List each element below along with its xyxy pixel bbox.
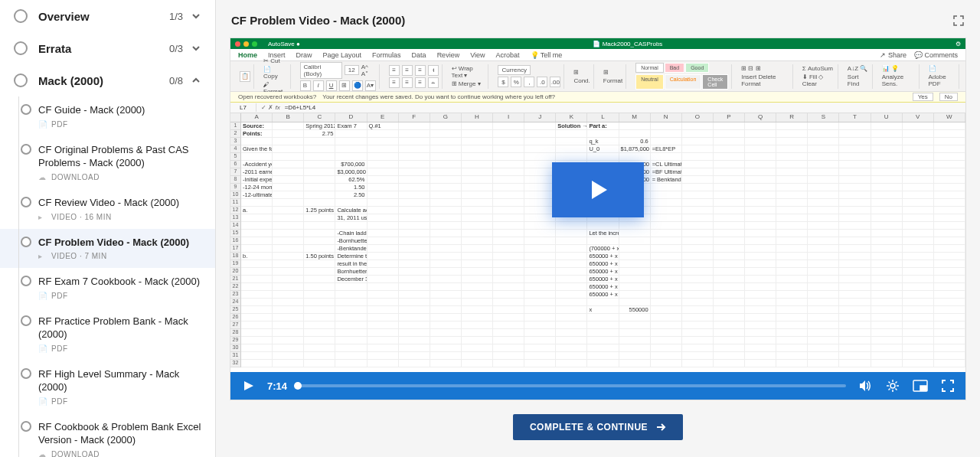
- minimize-icon: [243, 41, 249, 47]
- grid-row: 29: [230, 337, 965, 344]
- grid-row: 15-Chain ladderLet the incremental paid …: [230, 230, 965, 237]
- radio-icon: [14, 9, 28, 23]
- grid-row: 23650000 + x = 870000 + 0.6x: [230, 291, 965, 299]
- section-errata[interactable]: Errata 0/3: [0, 32, 215, 64]
- grid-row: 4Given the following information for acc…: [230, 145, 965, 153]
- item-title: RF Cookbook & Problem Bank Excel Version…: [38, 421, 201, 447]
- radio-icon: [21, 421, 31, 432]
- sidebar-item-7[interactable]: RF Cookbook & Problem Bank Excel Version…: [0, 413, 215, 457]
- sidebar-item-1[interactable]: CF Original Problems & Past CAS Problems…: [0, 136, 215, 189]
- video-player[interactable]: AutoSave ● 📄 Mack2000_CASProbs ⚙ HomeIns…: [230, 38, 966, 400]
- sidebar-item-5[interactable]: RF Practice Problem Bank - Mack (2000) 📄…: [0, 308, 215, 361]
- sidebar-item-3[interactable]: CF Problem Video - Mack (2000) ▸VIDEO · …: [0, 229, 215, 269]
- grid-row: 25x550000: [230, 306, 965, 314]
- formula-bar: L7 ✓ ✗ fx =D6+L5*L4: [230, 103, 965, 113]
- svg-point-0: [890, 384, 895, 388]
- item-title: RF Practice Problem Bank - Mack (2000): [38, 315, 201, 341]
- sidebar-item-2[interactable]: CF Review Video - Mack (2000) ▸VIDEO · 1…: [0, 189, 215, 229]
- yes-button: Yes: [913, 93, 933, 101]
- section-overview[interactable]: Overview 1/3: [0, 0, 215, 32]
- expand-icon[interactable]: [952, 15, 965, 27]
- grid-row: 30: [230, 344, 965, 352]
- grid-row: 28: [230, 329, 965, 337]
- ribbon-tab-data: Data: [412, 51, 426, 59]
- settings-icon[interactable]: [884, 377, 901, 394]
- no-button: No: [939, 93, 958, 101]
- item-title: RF Exam 7 Cookbook - Mack (2000): [38, 276, 201, 289]
- grid-row: 27: [230, 322, 965, 329]
- volume-icon[interactable]: [857, 377, 874, 394]
- section-count: 0/3: [169, 43, 183, 54]
- chevron-up-icon: [191, 75, 201, 86]
- radio-icon: [21, 197, 31, 207]
- ribbon-tab-draw: Draw: [296, 51, 312, 59]
- complete-continue-button[interactable]: COMPLETE & CONTINUE: [513, 414, 683, 440]
- grid-row: 24: [230, 299, 965, 306]
- recover-bar: Open recovered workbooks? Your recent ch…: [230, 92, 965, 103]
- ribbon-tabs: HomeInsertDrawPage LayoutFormulasDataRev…: [230, 49, 965, 61]
- chevron-down-icon: [191, 11, 201, 21]
- page-title: CF Problem Video - Mack (2000): [230, 9, 966, 31]
- section-count: 1/3: [169, 11, 183, 22]
- section-mack[interactable]: Mack (2000) 0/8: [0, 64, 215, 96]
- grid-row: 1Source:Spring 2012Exam 7Q.#1Solution →P…: [230, 122, 965, 130]
- maximize-icon: [252, 41, 257, 47]
- section-title: Overview: [38, 10, 169, 23]
- item-meta: ▸VIDEO · 16 MIN: [38, 213, 201, 221]
- item-title: CF Problem Video - Mack (2000): [38, 237, 201, 250]
- play-icon[interactable]: [240, 377, 256, 394]
- radio-icon: [21, 144, 31, 155]
- ribbon: 📋 ✂ Cut📄 Copy🖌 Format Calibri (Body)12A^…: [230, 61, 965, 92]
- radio-icon: [14, 41, 28, 55]
- item-meta: ▸VIDEO · 7 MIN: [38, 252, 201, 260]
- ribbon-tab-formulas: Formulas: [372, 51, 401, 59]
- radio-icon: [21, 276, 31, 286]
- sidebar-item-6[interactable]: RF High Level Summary - Mack (2000) 📄PDF: [0, 361, 215, 413]
- grid-row: 2Points:2.75: [230, 130, 965, 138]
- window-titlebar: AutoSave ● 📄 Mack2000_CASProbs ⚙: [230, 38, 965, 49]
- close-icon: [235, 41, 240, 47]
- item-title: CF Original Problems & Past CAS Problems…: [38, 144, 201, 170]
- grid-row: 19result in the Benktander ultimate loss…: [230, 260, 965, 268]
- grid-row: 26: [230, 314, 965, 322]
- grid-row: 31: [230, 352, 965, 360]
- ribbon-tab-review: Review: [437, 51, 460, 59]
- item-meta: ☁DOWNLOAD: [38, 173, 201, 181]
- excel-screenshot: AutoSave ● 📄 Mack2000_CASProbs ⚙ HomeIns…: [230, 38, 965, 400]
- grid-row: 22650000 + x = [700000 + x + [1-0.6]*300…: [230, 283, 965, 291]
- item-meta: ☁DOWNLOAD: [38, 450, 201, 457]
- grid-row: 16-Bornhuetter-Ferguson: [230, 237, 965, 245]
- progress-bar[interactable]: [298, 384, 846, 387]
- radio-icon: [21, 315, 31, 326]
- item-title: RF High Level Summary - Mack (2000): [38, 368, 201, 394]
- radio-icon: [21, 368, 31, 379]
- grid-row: 21December 31, 2012. Assume all select d…: [230, 276, 965, 283]
- grid-row: 3q_k0.6: [230, 138, 965, 145]
- fullscreen-icon[interactable]: [939, 377, 956, 394]
- pip-icon[interactable]: [912, 377, 929, 394]
- grid-row: 20Bornhuetter-Ferguson ultimate loss est…: [230, 268, 965, 276]
- sidebar-item-4[interactable]: RF Exam 7 Cookbook - Mack (2000) 📄PDF: [0, 268, 215, 308]
- sidebar-item-0[interactable]: CF Guide - Mack (2000) 📄PDF: [0, 96, 215, 136]
- play-button[interactable]: [552, 162, 644, 217]
- radio-icon: [21, 237, 31, 247]
- item-meta: 📄PDF: [38, 344, 201, 353]
- grid-row: 32: [230, 360, 965, 367]
- item-meta: 📄PDF: [38, 120, 201, 129]
- section-count: 0/8: [169, 75, 183, 87]
- ribbon-tab-view: View: [470, 51, 485, 59]
- grid-row: 17-Benktander(700000 + x) × 50000 = U_BF…: [230, 245, 965, 253]
- video-controls: 7:14: [230, 372, 965, 400]
- ribbon-tab-home: Home: [238, 51, 257, 59]
- item-title: CF Review Video - Mack (2000): [38, 197, 201, 210]
- item-meta: 📄PDF: [38, 397, 201, 406]
- sidebar: Overview 1/3 Errata 0/3 Mack (2000) 0/8 …: [0, 0, 216, 457]
- section-title: Errata: [38, 42, 169, 55]
- video-time: 7:14: [267, 380, 287, 392]
- radio-icon: [14, 73, 28, 87]
- section-title: Mack (2000): [38, 74, 169, 87]
- radio-icon: [21, 104, 31, 115]
- grid-row: 14: [230, 222, 965, 230]
- item-title: CF Guide - Mack (2000): [38, 104, 201, 117]
- grid-row: 5: [230, 153, 965, 161]
